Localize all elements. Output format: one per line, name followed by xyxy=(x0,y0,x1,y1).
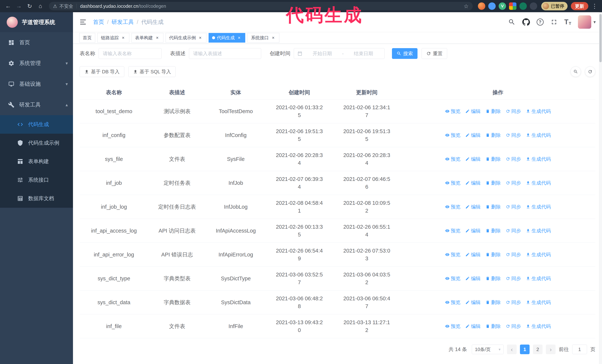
generate-code-link[interactable]: 生成代码 xyxy=(526,131,551,139)
close-icon[interactable]: × xyxy=(155,35,160,40)
generate-code-link[interactable]: 生成代码 xyxy=(526,107,551,115)
sync-link[interactable]: 同步 xyxy=(506,275,521,282)
generate-code-link[interactable]: 生成代码 xyxy=(526,203,551,211)
tag-home[interactable]: 首页 xyxy=(79,33,95,42)
extension-icon-4[interactable] xyxy=(509,2,516,10)
delete-link[interactable]: 删除 xyxy=(485,107,501,115)
extension-icon-1[interactable] xyxy=(478,2,485,10)
generate-code-link[interactable]: 生成代码 xyxy=(526,155,551,163)
close-icon[interactable]: × xyxy=(121,35,126,40)
refresh-table-button[interactable] xyxy=(585,66,595,77)
sidebar-item-codegen[interactable]: 代码生成 xyxy=(0,115,73,134)
sync-link[interactable]: 同步 xyxy=(506,107,521,115)
preview-link[interactable]: 预览 xyxy=(445,203,461,211)
extension-icon-6[interactable] xyxy=(530,2,537,10)
close-icon[interactable]: × xyxy=(236,35,242,40)
scrollbar-thumb[interactable] xyxy=(599,14,602,62)
table-name-input[interactable] xyxy=(98,48,161,59)
preview-link[interactable]: 预览 xyxy=(445,155,461,163)
sync-link[interactable]: 同步 xyxy=(506,155,521,163)
sidebar-item-codegen-example[interactable]: 代码生成示例 xyxy=(0,134,73,152)
sync-link[interactable]: 同步 xyxy=(506,179,521,187)
extension-icon-2[interactable] xyxy=(488,2,496,10)
preview-link[interactable]: 预览 xyxy=(445,275,461,282)
tag-codegen[interactable]: 代码生成× xyxy=(209,33,245,42)
sync-link[interactable]: 同步 xyxy=(506,203,521,211)
delete-link[interactable]: 删除 xyxy=(485,322,501,330)
sync-link[interactable]: 同步 xyxy=(506,131,521,139)
preview-link[interactable]: 预览 xyxy=(445,251,461,259)
delete-link[interactable]: 删除 xyxy=(485,131,501,139)
sidebar-item-db-docs[interactable]: 数据库文档 xyxy=(0,189,73,208)
edit-link[interactable]: 编辑 xyxy=(465,299,481,306)
close-icon[interactable]: × xyxy=(198,35,203,40)
edit-link[interactable]: 编辑 xyxy=(465,322,481,330)
page-size-select[interactable]: 10条/页 ▾ xyxy=(472,344,504,354)
preview-link[interactable]: 预览 xyxy=(445,131,461,139)
tag-codegen-example[interactable]: 代码生成示例× xyxy=(166,33,206,42)
breadcrumb-devtools[interactable]: 研发工具 xyxy=(111,18,134,26)
github-icon[interactable] xyxy=(522,18,530,26)
sync-link[interactable]: 同步 xyxy=(506,251,521,259)
sidebar-item-form-builder[interactable]: 表单构建 xyxy=(0,152,73,171)
edit-link[interactable]: 编辑 xyxy=(465,107,481,115)
sync-link[interactable]: 同步 xyxy=(506,299,521,306)
sync-link[interactable]: 同步 xyxy=(506,227,521,235)
edit-link[interactable]: 编辑 xyxy=(465,131,481,139)
breadcrumb-home[interactable]: 首页 xyxy=(93,18,104,26)
preview-link[interactable]: 预览 xyxy=(445,107,461,115)
sidebar-item-system-api[interactable]: 系统接口 xyxy=(0,171,73,189)
preview-link[interactable]: 预览 xyxy=(445,179,461,187)
preview-link[interactable]: 预览 xyxy=(445,322,461,330)
toggle-search-button[interactable] xyxy=(570,66,581,77)
edit-link[interactable]: 编辑 xyxy=(465,275,481,282)
back-icon[interactable]: ← xyxy=(3,1,13,11)
page-button-2[interactable]: 2 xyxy=(533,344,543,354)
prev-page-button[interactable]: ‹ xyxy=(507,344,516,354)
home-icon[interactable]: ⌂ xyxy=(36,1,45,11)
preview-link[interactable]: 预览 xyxy=(445,299,461,306)
forward-icon[interactable]: → xyxy=(14,1,24,11)
extension-icon-5[interactable] xyxy=(519,2,527,10)
delete-link[interactable]: 删除 xyxy=(485,203,501,211)
search-icon[interactable] xyxy=(508,18,516,26)
user-menu[interactable]: ▾ xyxy=(578,15,596,29)
sidebar-item-home[interactable]: 首页 xyxy=(0,32,73,53)
bookmark-star-icon[interactable]: ☆ xyxy=(464,3,469,10)
delete-link[interactable]: 删除 xyxy=(485,155,501,163)
generate-code-link[interactable]: 生成代码 xyxy=(526,299,551,306)
sidebar-item-infra[interactable]: 基础设施 ▾ xyxy=(0,74,73,94)
tag-tracing[interactable]: 链路追踪× xyxy=(97,33,129,42)
delete-link[interactable]: 删除 xyxy=(485,275,501,282)
tag-form-builder[interactable]: 表单构建× xyxy=(131,33,163,42)
edit-link[interactable]: 编辑 xyxy=(465,227,481,235)
edit-link[interactable]: 编辑 xyxy=(465,155,481,163)
fullscreen-icon[interactable] xyxy=(550,18,558,26)
hamburger-icon[interactable] xyxy=(79,18,87,26)
delete-link[interactable]: 删除 xyxy=(485,299,501,306)
import-db-button[interactable]: 基于 DB 导入 xyxy=(80,66,124,77)
reset-button[interactable]: 重置 xyxy=(422,48,447,59)
scrollbar-track[interactable] xyxy=(599,12,602,364)
generate-code-link[interactable]: 生成代码 xyxy=(526,251,551,259)
address-bar[interactable]: ⚠ 不安全 dashboard.yudao.iocoder.cn/tool/co… xyxy=(49,2,473,10)
font-size-icon[interactable]: TT xyxy=(564,18,571,26)
page-button-1[interactable]: 1 xyxy=(520,344,530,354)
generate-code-link[interactable]: 生成代码 xyxy=(526,275,551,282)
generate-code-link[interactable]: 生成代码 xyxy=(526,227,551,235)
import-sql-button[interactable]: 基于 SQL 导入 xyxy=(128,66,176,77)
reload-icon[interactable]: ↻ xyxy=(25,1,34,11)
chrome-update-button[interactable]: 更新 xyxy=(571,2,588,10)
chrome-menu-icon[interactable]: ⋮ xyxy=(592,3,598,10)
close-icon[interactable]: × xyxy=(271,35,276,40)
generate-code-link[interactable]: 生成代码 xyxy=(526,322,551,330)
date-range-picker[interactable]: 开始日期 - 结束日期 xyxy=(294,48,385,59)
delete-link[interactable]: 删除 xyxy=(485,251,501,259)
table-desc-input[interactable] xyxy=(189,48,261,59)
delete-link[interactable]: 删除 xyxy=(485,227,501,235)
sidebar-item-system[interactable]: 系统管理 ▾ xyxy=(0,53,73,74)
generate-code-link[interactable]: 生成代码 xyxy=(526,179,551,187)
search-button[interactable]: 搜索 xyxy=(392,48,418,59)
sync-link[interactable]: 同步 xyxy=(506,322,521,330)
sidebar-item-devtools[interactable]: 研发工具 ▴ xyxy=(0,94,73,115)
